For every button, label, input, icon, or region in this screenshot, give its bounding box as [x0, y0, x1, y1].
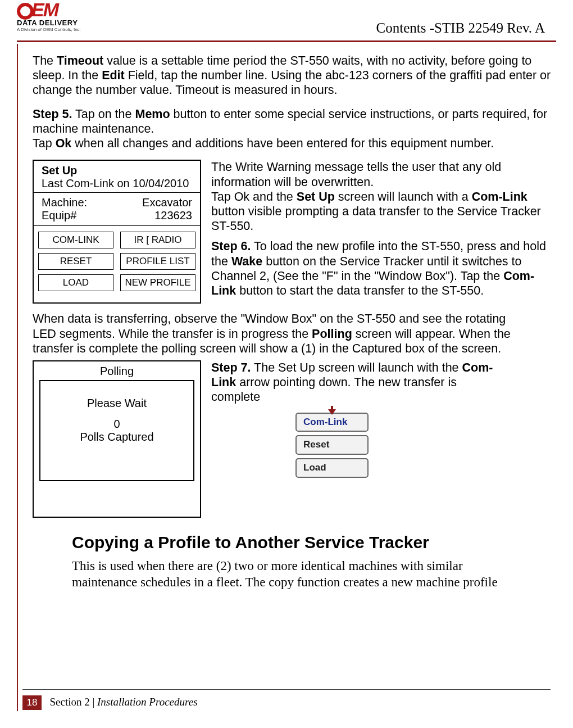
polling-label: Polls Captured — [40, 431, 193, 444]
machine-value: Excavator — [142, 196, 192, 209]
load-button[interactable]: LOAD — [38, 274, 113, 291]
equip-value: 123623 — [154, 209, 192, 222]
logo-line2: DATA DELIVERY — [17, 19, 118, 27]
setup-title: Set Up — [38, 164, 195, 177]
paragraph-step5: Step 5. Tap on the Memo button to enter … — [33, 107, 559, 136]
section-body: This is used when there are (2) two or m… — [72, 558, 559, 591]
page-footer: 18 Section 2 | Installation Procedures — [22, 689, 551, 710]
comlink-button[interactable]: COM-LINK — [38, 232, 113, 248]
polling-title: Polling — [39, 365, 194, 378]
new-profile-button[interactable]: NEW PROFILE — [120, 274, 195, 291]
comlink-stack-button[interactable]: Com-Link — [295, 413, 369, 432]
header-title: Contents -STIB 22549 Rev. A — [376, 20, 545, 36]
machine-label: Machine: — [42, 196, 87, 209]
polling-panel: Polling Please Wait 0 Polls Captured — [33, 360, 201, 518]
reset-button[interactable]: RESET — [38, 253, 113, 270]
paragraph-timeout: The Timeout value is a settable time per… — [33, 53, 559, 98]
paragraph-transfer: When data is transferring, observe the "… — [33, 311, 559, 356]
reset-stack-button[interactable]: Reset — [295, 435, 369, 455]
equip-label: Equip# — [42, 209, 76, 222]
polling-count: 0 — [40, 418, 193, 431]
load-stack-button[interactable]: Load — [295, 458, 369, 478]
arrow-down-icon — [328, 409, 336, 415]
left-vertical-rule — [17, 44, 18, 711]
ir-radio-button[interactable]: IR [ RADIO — [120, 232, 195, 248]
logo-line3: A Division of OEM Controls, Inc. — [17, 27, 118, 32]
setup-side-text: The Write Warning message tells the user… — [211, 160, 559, 304]
logo: EM DATA DELIVERY A Division of OEM Contr… — [17, 1, 118, 32]
page-number: 18 — [22, 695, 42, 710]
step7-text: Step 7. The Set Up screen will launch wi… — [211, 360, 559, 518]
page-header: EM DATA DELIVERY A Division of OEM Contr… — [17, 0, 556, 42]
setup-subtitle: Last Com-Link on 10/04/2010 — [38, 177, 195, 190]
polling-wait: Please Wait — [40, 397, 193, 410]
paragraph-tap-ok: Tap Ok when all changes and additions ha… — [33, 136, 559, 151]
section-heading: Copying a Profile to Another Service Tra… — [72, 531, 559, 554]
profile-list-button[interactable]: PROFILE LIST — [120, 253, 195, 270]
setup-panel: Set Up Last Com-Link on 10/04/2010 Machi… — [33, 160, 201, 304]
